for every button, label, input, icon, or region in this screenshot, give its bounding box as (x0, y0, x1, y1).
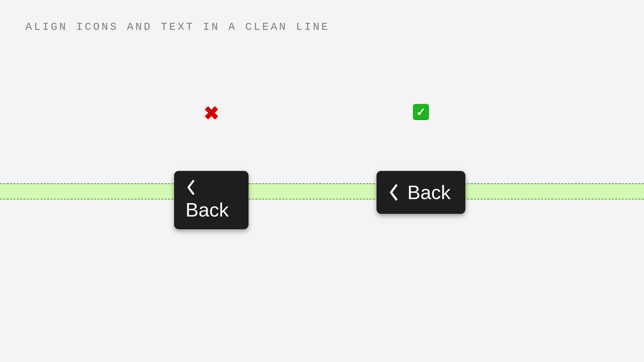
back-button-label: Back (185, 199, 229, 221)
chevron-left-icon (185, 178, 196, 197)
alignment-guide-strip (0, 183, 644, 199)
cross-icon: ✖ (204, 104, 219, 123)
slide-heading: ALIGN ICONS AND TEXT IN A CLEAN LINE (25, 21, 330, 33)
check-icon: ✓ (413, 104, 429, 120)
example-bad: ✖ Back (107, 97, 315, 362)
back-button-good[interactable]: Back (377, 171, 466, 214)
check-glyph: ✓ (416, 106, 426, 118)
chevron-left-icon (388, 184, 399, 201)
back-button-bad[interactable]: Back (174, 171, 249, 229)
back-button-label: Back (408, 183, 451, 202)
example-good: ✓ Back (317, 97, 525, 362)
